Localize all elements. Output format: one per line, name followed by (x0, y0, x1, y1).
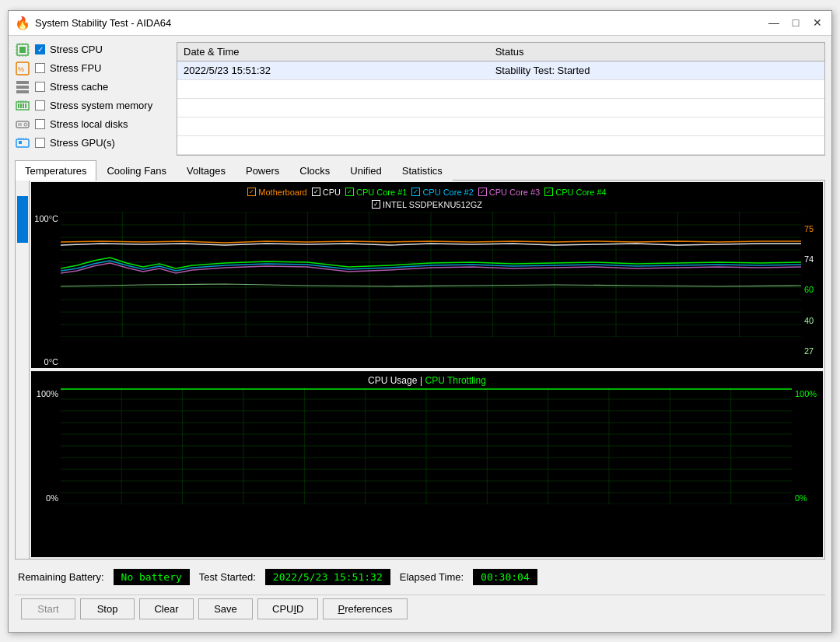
tab-side-panel (16, 181, 30, 559)
legend-cpu-label: CPU (323, 188, 341, 197)
stress-cache-item: Stress cache (15, 79, 170, 95)
tab-powers[interactable]: Powers (236, 160, 289, 181)
battery-label: Remaining Battery: (18, 571, 104, 583)
start-button[interactable]: Start (21, 598, 75, 619)
stress-cpu-checkbox[interactable] (35, 44, 45, 54)
legend-ssd-label: INTEL SSDPEKNU512GZ (383, 200, 482, 209)
cache-icon (15, 79, 30, 95)
legend-cpu-check (312, 188, 320, 196)
legend-core1[interactable]: CPU Core #1 (345, 188, 407, 197)
right-label-75: 75 (804, 224, 820, 233)
log-table: Date & Time Status 2022/5/23 15:51:32 St… (177, 42, 825, 156)
tab-voltages[interactable]: Voltages (177, 160, 236, 181)
status-bar: Remaining Battery: No battery Test Start… (15, 564, 825, 590)
legend-core3[interactable]: CPU Core #3 (478, 188, 540, 197)
stop-label: Stop (97, 603, 118, 615)
main-window: 🔥 System Stability Test - AIDA64 — □ ✕ S… (8, 10, 832, 633)
legend-motherboard[interactable]: Motherboard (247, 188, 306, 197)
usage-chart-title: CPU Usage (368, 375, 417, 386)
log-datetime: 2022/5/23 15:51:32 (177, 61, 489, 79)
tab-clocks[interactable]: Clocks (289, 160, 340, 181)
minimize-button[interactable]: — (766, 15, 782, 30)
usage-y-max: 100% (33, 389, 58, 398)
legend-core1-label: CPU Core #1 (356, 188, 407, 197)
temp-chart-legend-row2: INTEL SSDPEKNU512GZ (31, 200, 823, 212)
stress-memory-label: Stress system memory (50, 100, 152, 111)
svg-point-29 (24, 123, 27, 126)
tab-statistics[interactable]: Statistics (392, 160, 453, 181)
tab-cooling-fans[interactable]: Cooling Fans (96, 160, 177, 181)
legend-core4-label: CPU Core #4 (555, 188, 606, 197)
clear-button[interactable]: Clear (139, 598, 194, 619)
usage-right-labels: 100% 0% (792, 388, 823, 504)
stress-gpu-label: Stress GPU(s) (50, 137, 115, 149)
fpu-icon: % (15, 61, 30, 76)
stress-fpu-item: % Stress FPU (15, 61, 170, 76)
right-label-27: 27 (804, 346, 820, 356)
temp-y-max: 100°C (33, 214, 58, 223)
gpu-icon (15, 135, 30, 151)
clear-label: Clear (154, 603, 178, 615)
legend-core2[interactable]: CPU Core #2 (411, 188, 473, 197)
stress-fpu-checkbox[interactable] (35, 63, 45, 73)
right-label-40: 40 (804, 316, 820, 325)
save-label: Save (214, 603, 237, 615)
preferences-label: Preferences (338, 603, 392, 615)
preferences-button[interactable]: Preferences (323, 598, 407, 619)
svg-rect-18 (16, 90, 29, 93)
table-row-empty-1 (177, 79, 824, 98)
temp-y-min: 0°C (33, 357, 58, 367)
svg-rect-16 (16, 81, 29, 84)
usage-chart-wrapper: CPU Usage | CPU Throttling 100% 0% (31, 371, 823, 557)
legend-core3-check (478, 188, 487, 196)
cpuid-label: CPUID (272, 603, 303, 615)
legend-ssd[interactable]: INTEL SSDPEKNU512GZ (372, 200, 482, 209)
table-row: 2022/5/23 15:51:32 Stability Test: Start… (177, 61, 824, 79)
elapsed-label: Elapsed Time: (400, 571, 464, 583)
usage-chart-svg (61, 388, 792, 504)
svg-rect-21 (20, 103, 22, 108)
cpuid-button[interactable]: CPUID (257, 598, 318, 619)
stress-cache-checkbox[interactable] (35, 82, 45, 92)
stress-gpu-checkbox[interactable] (35, 138, 45, 148)
stress-memory-checkbox[interactable] (35, 100, 45, 111)
legend-core2-check (411, 188, 420, 196)
usage-right-min: 0% (795, 493, 820, 503)
elapsed-value: 00:30:04 (473, 569, 537, 585)
legend-core2-label: CPU Core #2 (422, 188, 473, 197)
legend-core4[interactable]: CPU Core #4 (544, 188, 606, 197)
close-button[interactable]: ✕ (810, 15, 825, 30)
test-started-label: Test Started: (199, 571, 256, 583)
window-title: System Stability Test - AIDA64 (35, 17, 766, 29)
tab-unified[interactable]: Unified (340, 160, 391, 181)
battery-value: No battery (114, 569, 190, 585)
memory-icon (15, 98, 30, 114)
svg-rect-17 (16, 86, 29, 89)
start-label: Start (37, 603, 58, 615)
main-content: Stress CPU % Stress FPU Stress cach (9, 36, 831, 632)
save-button[interactable]: Save (198, 598, 253, 619)
legend-motherboard-check (247, 188, 256, 196)
right-label-60: 60 (804, 285, 820, 294)
temp-chart-area: 100°C 0°C (31, 212, 823, 368)
tab-temperatures[interactable]: Temperatures (15, 160, 96, 181)
legend-core3-label: CPU Core #3 (489, 188, 540, 197)
usage-y-axis: 100% 0% (31, 388, 61, 504)
svg-rect-33 (19, 141, 22, 144)
stress-fpu-label: Stress FPU (50, 62, 101, 74)
disks-icon (15, 117, 30, 132)
charts-area: Motherboard CPU CPU Core #1 (30, 181, 824, 559)
stress-cpu-label: Stress CPU (50, 44, 103, 55)
svg-rect-1 (19, 47, 26, 53)
table-row-empty-4 (177, 135, 824, 154)
table-row-empty-2 (177, 98, 824, 117)
legend-cpu[interactable]: CPU (312, 188, 341, 197)
stress-disks-label: Stress local disks (50, 118, 128, 130)
cpu-icon (15, 42, 30, 58)
stop-button[interactable]: Stop (80, 598, 135, 619)
stress-disks-checkbox[interactable] (35, 119, 45, 129)
stress-options: Stress CPU % Stress FPU Stress cach (15, 42, 170, 156)
maximize-button[interactable]: □ (788, 15, 803, 30)
temperature-chart-wrapper: Motherboard CPU CPU Core #1 (31, 182, 823, 368)
temp-y-axis: 100°C 0°C (31, 212, 61, 368)
